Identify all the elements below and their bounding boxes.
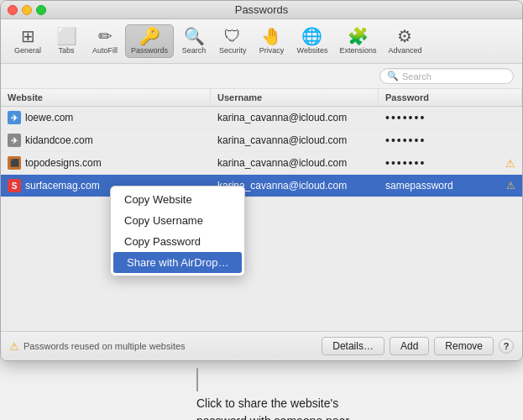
toolbar-item-general[interactable]: ⊞ General (9, 25, 46, 57)
details-button[interactable]: Details… (322, 337, 384, 355)
warning-icon-3: ⚠ (505, 157, 515, 170)
toolbar-label-autofill: AutoFill (92, 46, 118, 55)
context-menu-copy-username[interactable]: Copy Username (111, 210, 244, 231)
site-icon-1: ✈ (8, 111, 21, 124)
search-input[interactable] (402, 71, 503, 81)
cell-username-3: karina_cavanna@icloud.com (211, 153, 379, 173)
table-body: ✈ loewe.com karina_cavanna@icloud.com ••… (1, 107, 522, 197)
search-box: 🔍 (379, 68, 514, 84)
table-row[interactable]: ✈ kidandcoe.com karina_cavanna@icloud.co… (1, 129, 522, 152)
col-header-username: Username (211, 89, 379, 106)
cell-password-2: ••••••• (379, 129, 522, 151)
window-title: Passwords (235, 3, 289, 16)
advanced-icon: ⚙ (397, 28, 412, 45)
security-icon: 🛡 (224, 28, 241, 45)
toolbar-label-passwords: Passwords (131, 46, 168, 55)
websites-icon: 🌐 (301, 28, 322, 45)
toolbar-item-search[interactable]: 🔍 Search (175, 25, 212, 57)
privacy-icon: 🤚 (261, 28, 282, 45)
toolbar-item-privacy[interactable]: 🤚 Privacy (254, 25, 290, 57)
site-icon-2: ✈ (8, 134, 21, 147)
context-menu: Copy Website Copy Username Copy Password… (110, 186, 245, 276)
toolbar-label-tabs: Tabs (59, 46, 75, 55)
general-icon: ⊞ (21, 28, 35, 45)
search-magnifier-icon: 🔍 (387, 71, 399, 81)
col-header-website: Website (1, 89, 211, 106)
toolbar-label-websites: Websites (297, 46, 328, 55)
toolbar-label-security: Security (219, 46, 247, 55)
add-button[interactable]: Add (390, 337, 429, 355)
cell-username-2: karina_cavanna@icloud.com (211, 130, 379, 150)
col-header-password: Password (379, 89, 522, 106)
cell-website-3: ⬛ topodesigns.com (1, 152, 211, 174)
toolbar-item-tabs[interactable]: ⬜ Tabs (48, 25, 85, 57)
close-button[interactable] (8, 5, 18, 15)
help-button[interactable]: ? (499, 339, 514, 354)
table-header: Website Username Password (1, 89, 522, 107)
bottom-warning-icon: ⚠ (9, 340, 19, 353)
cell-website-1: ✈ loewe.com (1, 107, 211, 129)
bottom-warning-text: Passwords reused on multiple websites (24, 341, 186, 351)
toolbar-label-advanced: Advanced (388, 46, 421, 55)
table-container: Website Username Password ✈ loewe.com ka… (1, 89, 522, 331)
annotation-text: Click to share the website's password wi… (196, 395, 349, 420)
toolbar-item-security[interactable]: 🛡 Security (214, 25, 252, 57)
site-icon-3: ⬛ (8, 156, 21, 170)
maximize-button[interactable] (36, 5, 46, 15)
extensions-icon: 🧩 (348, 28, 369, 45)
toolbar-label-privacy: Privacy (259, 46, 285, 55)
toolbar-item-advanced[interactable]: ⚙ Advanced (383, 25, 426, 57)
search-icon: 🔍 (184, 28, 205, 45)
annotation-line (196, 368, 198, 391)
context-menu-copy-password[interactable]: Copy Password (111, 231, 244, 252)
cell-website-2: ✈ kidandcoe.com (1, 129, 211, 151)
search-bar: 🔍 (1, 64, 522, 89)
passwords-icon: 🔑 (139, 28, 160, 45)
table-row-selected[interactable]: S surfacemag.com karina_cavanna@icloud.c… (1, 175, 522, 197)
context-menu-copy-website[interactable]: Copy Website (111, 189, 244, 210)
toolbar-label-general: General (14, 46, 41, 55)
cell-username-1: karina_cavanna@icloud.com (211, 108, 379, 128)
bottom-buttons: Details… Add Remove ? (322, 337, 514, 355)
toolbar-item-autofill[interactable]: ✏ AutoFill (86, 25, 123, 57)
toolbar-label-extensions: Extensions (339, 46, 376, 55)
toolbar: ⊞ General ⬜ Tabs ✏ AutoFill 🔑 Passwords … (1, 19, 522, 64)
toolbar-item-extensions[interactable]: 🧩 Extensions (334, 25, 381, 57)
traffic-lights (8, 5, 46, 15)
table-row[interactable]: ✈ loewe.com karina_cavanna@icloud.com ••… (1, 107, 522, 129)
minimize-button[interactable] (22, 5, 32, 15)
titlebar: Passwords (1, 1, 522, 19)
cell-password-3: ••••••• ⚠ (379, 152, 522, 174)
toolbar-item-passwords[interactable]: 🔑 Passwords (125, 24, 174, 58)
annotation-area: Click to share the website's password wi… (0, 361, 523, 420)
autofill-icon: ✏ (98, 28, 112, 45)
table-row[interactable]: ⬛ topodesigns.com karina_cavanna@icloud.… (1, 152, 522, 175)
remove-button[interactable]: Remove (434, 337, 494, 355)
context-menu-share-airdrop[interactable]: Share with AirDrop… (113, 252, 242, 273)
toolbar-label-search: Search (182, 46, 207, 55)
main-window: Passwords ⊞ General ⬜ Tabs ✏ AutoFill 🔑 … (0, 0, 523, 361)
site-icon-4: S (8, 179, 21, 192)
bottom-warning: ⚠ Passwords reused on multiple websites (9, 340, 186, 353)
tabs-icon: ⬜ (56, 28, 77, 45)
cell-password-1: ••••••• (379, 107, 522, 129)
toolbar-item-websites[interactable]: 🌐 Websites (292, 25, 333, 57)
cell-password-4: samepassword ⚠ (379, 176, 522, 196)
warning-icon-4: ⚠ (506, 180, 515, 192)
bottom-bar: ⚠ Passwords reused on multiple websites … (1, 331, 522, 360)
